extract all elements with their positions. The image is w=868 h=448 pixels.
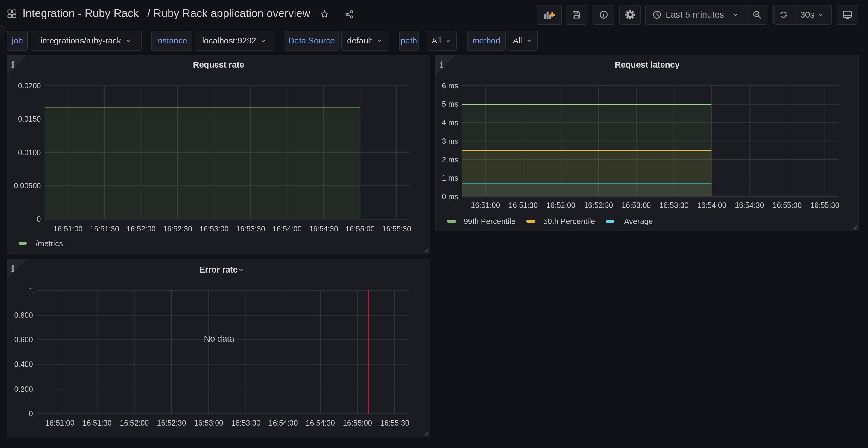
svg-text:0.0200: 0.0200 <box>18 82 41 90</box>
svg-text:16:54:00: 16:54:00 <box>269 419 298 427</box>
svg-text:0.00500: 0.00500 <box>14 181 41 190</box>
svg-text:16:51:00: 16:51:00 <box>54 225 83 233</box>
svg-text:Average: Average <box>624 217 653 226</box>
svg-text:16:55:00: 16:55:00 <box>773 201 802 209</box>
svg-text:0 ms: 0 ms <box>442 192 458 201</box>
svg-text:6 ms: 6 ms <box>442 82 458 90</box>
svg-text:16:51:30: 16:51:30 <box>508 201 537 209</box>
svg-text:16:52:30: 16:52:30 <box>584 201 613 209</box>
svg-text:16:55:00: 16:55:00 <box>346 225 375 233</box>
svg-text:16:55:30: 16:55:30 <box>382 225 411 233</box>
svg-text:16:51:30: 16:51:30 <box>83 419 112 427</box>
svg-text:16:54:00: 16:54:00 <box>697 201 726 209</box>
svg-text:16:54:30: 16:54:30 <box>306 419 335 427</box>
svg-text:2 ms: 2 ms <box>442 155 458 164</box>
svg-text:0.0150: 0.0150 <box>18 115 41 123</box>
svg-text:0: 0 <box>29 409 33 418</box>
svg-text:0.0100: 0.0100 <box>18 148 41 157</box>
svg-text:16:54:00: 16:54:00 <box>273 225 302 233</box>
svg-text:16:55:00: 16:55:00 <box>343 419 372 427</box>
svg-text:No data: No data <box>204 334 235 344</box>
svg-text:5 ms: 5 ms <box>442 100 458 108</box>
svg-text:16:51:00: 16:51:00 <box>45 419 74 427</box>
svg-text:16:53:00: 16:53:00 <box>194 419 223 427</box>
svg-text:16:52:00: 16:52:00 <box>546 201 575 209</box>
svg-text:1 ms: 1 ms <box>442 174 458 182</box>
svg-text:16:55:30: 16:55:30 <box>380 419 409 427</box>
svg-text:99th Percentile: 99th Percentile <box>464 217 516 226</box>
svg-text:0: 0 <box>37 215 41 223</box>
svg-text:0.800: 0.800 <box>14 311 33 319</box>
svg-text:16:53:30: 16:53:30 <box>236 225 265 233</box>
svg-text:1: 1 <box>29 286 33 295</box>
svg-text:16:52:00: 16:52:00 <box>127 225 156 233</box>
svg-text:16:53:00: 16:53:00 <box>199 225 229 233</box>
svg-text:16:54:30: 16:54:30 <box>309 225 338 233</box>
svg-text:16:55:30: 16:55:30 <box>810 201 839 209</box>
svg-text:16:53:00: 16:53:00 <box>622 201 651 209</box>
svg-text:16:51:00: 16:51:00 <box>471 201 500 209</box>
svg-text:3 ms: 3 ms <box>442 137 458 145</box>
svg-text:0.200: 0.200 <box>14 385 33 393</box>
svg-text:16:52:00: 16:52:00 <box>120 419 149 427</box>
svg-text:16:52:30: 16:52:30 <box>157 419 186 427</box>
svg-text:0.400: 0.400 <box>14 360 33 368</box>
svg-text:50th Percentile: 50th Percentile <box>543 217 595 226</box>
svg-text:16:54:30: 16:54:30 <box>735 201 764 209</box>
svg-text:16:53:30: 16:53:30 <box>231 419 260 427</box>
svg-text:16:51:30: 16:51:30 <box>90 225 119 233</box>
svg-text:16:52:30: 16:52:30 <box>163 225 192 233</box>
svg-text:/metrics: /metrics <box>36 239 63 248</box>
svg-text:16:53:30: 16:53:30 <box>659 201 688 209</box>
svg-text:4 ms: 4 ms <box>442 118 458 127</box>
svg-text:0.600: 0.600 <box>14 335 33 344</box>
